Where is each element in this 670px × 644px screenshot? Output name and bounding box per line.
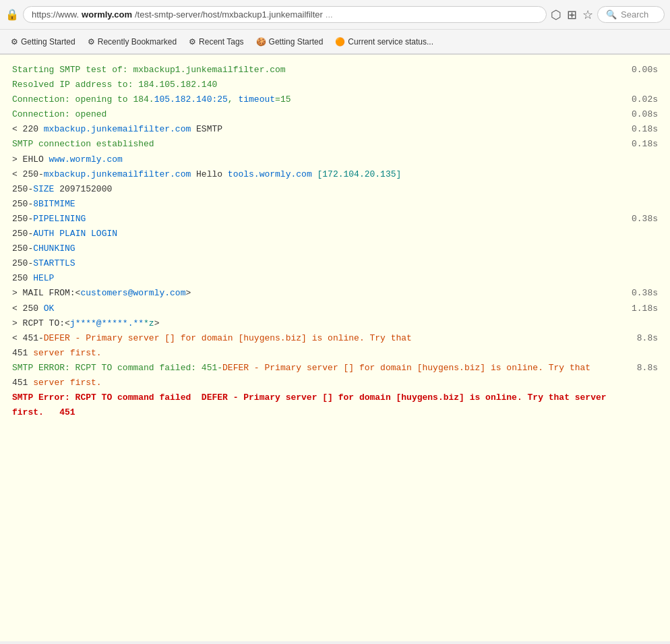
browser-chrome: 🔒 https://www.wormly.com/test-smtp-serve… (0, 0, 670, 55)
grid-icon[interactable]: ⊞ (567, 7, 577, 22)
log-line-3: Connection: opening to 184.105.182.140:2… (11, 92, 659, 107)
bookmark-label: Recently Bookmarked (98, 37, 177, 47)
gear-icon-2: ⚙ (88, 37, 95, 47)
bookmark-recently-bookmarked[interactable]: ⚙ Recently Bookmarked (82, 35, 182, 49)
log-line-18: > RCPT TO:<j****@*****.***z> (11, 316, 659, 331)
gear-icon-3: ⚙ (189, 37, 196, 47)
bookmark-label: Getting Started (269, 37, 324, 47)
log-line-14: 250-STARTTLS (11, 256, 659, 271)
dev-tools-icon[interactable]: ⬡ (551, 7, 561, 22)
log-line-19: < 451-DEFER - Primary server [] for doma… (11, 331, 659, 346)
log-line-2: Resolved IP address to: 184.105.182.140 (11, 78, 659, 92)
log-line-20: 451 server first. (11, 346, 659, 361)
bookmark-recent-tags[interactable]: ⚙ Recent Tags (183, 35, 249, 49)
nav-icons: 🔒 (5, 8, 19, 21)
bookmark-getting-started-2[interactable]: 🍪 Getting Started (251, 35, 329, 49)
bookmark-getting-started[interactable]: ⚙ Getting Started (5, 35, 81, 49)
log-line-8: < 250-mxbackup.junkemailfilter.com Hello… (11, 167, 659, 182)
log-table: Starting SMTP test of: mxbackup1.junkema… (11, 63, 659, 420)
log-line-22: 451 server first. (11, 376, 659, 390)
url-suffix: /test-smtp-server/host/mxbackup1.junkema… (135, 9, 323, 20)
log-line-1: Starting SMTP test of: mxbackup1.junkema… (11, 63, 659, 78)
gear-icon-1: ⚙ (11, 37, 18, 47)
log-line-4: Connection: opened 0.08s (11, 107, 659, 122)
main-content: Starting SMTP test of: mxbackup1.junkema… (0, 55, 670, 641)
log-line-5: < 220 mxbackup.junkemailfilter.com ESMTP… (11, 122, 659, 137)
url-box[interactable]: https://www.wormly.com/test-smtp-server/… (23, 6, 547, 23)
url-prefix: https://www. (32, 9, 79, 20)
bookmark-label: Getting Started (21, 37, 75, 47)
browser-actions: ⬡ ⊞ ☆ (551, 7, 593, 22)
search-icon: 🔍 (606, 9, 617, 20)
log-line-7: > EHLO www.wormly.com (11, 152, 659, 167)
bookmark-label: Current service status... (348, 37, 433, 47)
log-line-10: 250-8BITMIME (11, 197, 659, 212)
log-text: Starting SMTP test of: mxbackup1.junkema… (11, 63, 619, 78)
bookmark-current-status[interactable]: 🟠 Current service status... (330, 35, 439, 49)
address-bar: 🔒 https://www.wormly.com/test-smtp-serve… (0, 0, 670, 30)
log-line-9: 250-SIZE 2097152000 (11, 182, 659, 197)
log-line-11: 250-PIPELINING 0.38s (11, 212, 659, 227)
security-icon: 🔒 (5, 8, 19, 21)
search-box[interactable]: 🔍 Search (597, 6, 665, 23)
url-bold: wormly.com (82, 9, 132, 20)
log-line-23: SMTP Error: RCPT TO command failed DEFER… (11, 390, 659, 420)
log-line-15: 250 HELP (11, 271, 659, 286)
cookie-icon: 🍪 (256, 37, 266, 47)
bookmark-star-icon[interactable]: ☆ (582, 7, 593, 22)
circle-icon: 🟠 (335, 37, 345, 47)
url-truncate: ... (326, 9, 333, 20)
log-line-21: SMTP ERROR: RCPT TO command failed: 451-… (11, 361, 659, 376)
bookmark-label: Recent Tags (199, 37, 244, 47)
log-line-16: > MAIL FROM:<customers@wormly.com> 0.38s (11, 286, 659, 301)
bookmarks-bar: ⚙ Getting Started ⚙ Recently Bookmarked … (0, 30, 670, 54)
log-line-6: SMTP connection established 0.18s (11, 137, 659, 152)
search-label: Search (621, 9, 648, 20)
log-line-12: 250-AUTH PLAIN LOGIN (11, 227, 659, 241)
log-line-17: < 250 OK 1.18s (11, 301, 659, 316)
timing: 0.00s (619, 63, 659, 78)
log-line-13: 250-CHUNKING (11, 241, 659, 256)
